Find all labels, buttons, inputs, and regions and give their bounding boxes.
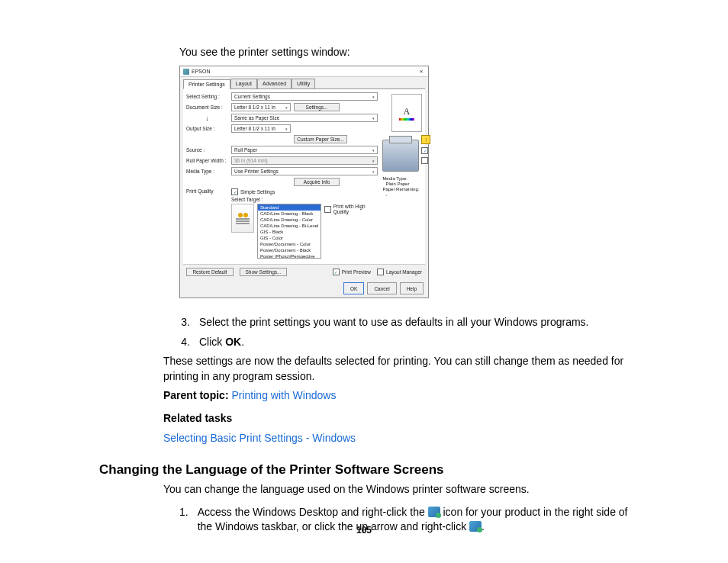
warning-icon: ! xyxy=(421,135,430,144)
target-standard[interactable]: Standard xyxy=(258,204,321,211)
dialog-title: EPSON xyxy=(192,69,211,74)
document-size-dropdown[interactable]: Letter 8 1/2 x 11 in xyxy=(231,103,291,111)
tab-utility[interactable]: Utility xyxy=(292,79,315,88)
related-tasks-link-row: Selecting Basic Print Settings - Windows xyxy=(163,431,636,446)
related-task-link[interactable]: Selecting Basic Print Settings - Windows xyxy=(163,432,356,444)
media-info-box: Media Type: Plain Paper Paper Remaining:… xyxy=(382,176,430,198)
target-thumbnail xyxy=(231,204,254,233)
help-button[interactable]: Help xyxy=(400,282,424,294)
label-document-size: Document Size : xyxy=(186,105,228,110)
target-list[interactable]: Standard CAD/Line Drawing - Black CAD/Li… xyxy=(257,204,321,259)
target-item[interactable]: CAD/Line Drawing - Color xyxy=(258,217,321,223)
printer-settings-dialog: EPSON × Printer Settings Layout Advanced… xyxy=(179,66,429,298)
target-item[interactable]: CAD/Line Drawing - Bi-Level xyxy=(258,223,321,229)
intro-text: You see the printer settings window: xyxy=(179,46,636,58)
target-item[interactable]: CAD/Line Drawing - Black xyxy=(258,211,321,217)
layout-manager-checkbox[interactable] xyxy=(377,269,384,275)
settings-button[interactable]: Settings... xyxy=(294,103,340,111)
label-roll-width: Roll Paper Width : xyxy=(186,158,228,163)
same-as-dropdown[interactable]: Same as Paper Size xyxy=(231,114,378,122)
document-page: You see the printer settings window: EPS… xyxy=(0,0,728,563)
tab-printer-settings[interactable]: Printer Settings xyxy=(183,79,230,89)
print-preview-checkbox[interactable]: ✓ xyxy=(333,269,340,275)
label-select-setting: Select Setting : xyxy=(186,94,228,99)
parent-topic-line: Parent topic: Printing with Windows xyxy=(163,388,636,404)
label-media-type: Media Type : xyxy=(186,169,228,174)
layout-manager-label: Layout Manager xyxy=(386,269,422,275)
target-item[interactable]: Poster (Photo)/Perspective xyxy=(258,253,321,259)
printer-icon xyxy=(382,140,419,172)
parent-topic-link[interactable]: Printing with Windows xyxy=(231,389,336,401)
select-setting-dropdown[interactable]: Current Settings xyxy=(231,92,378,101)
info-checkbox[interactable]: ✓ xyxy=(421,147,428,154)
heading-change-language: Changing the Language of the Printer Sof… xyxy=(99,462,636,478)
custom-paper-button[interactable]: Custom Paper Size... xyxy=(294,135,347,143)
output-size-field: Letter 8 1/2 x 11 in xyxy=(231,124,291,133)
media-type-dropdown[interactable]: Use Printer Settings xyxy=(231,167,378,175)
high-quality-checkbox[interactable] xyxy=(324,206,330,213)
target-item[interactable]: GIS - Black xyxy=(258,229,321,235)
related-tasks-label: Related tasks xyxy=(163,411,636,426)
simple-settings-checkbox[interactable]: ✓ xyxy=(231,188,238,195)
h2-intro: You can change the language used on the … xyxy=(163,482,636,497)
defaults-paragraph: These settings are now the defaults sele… xyxy=(163,354,636,384)
option-checkbox[interactable] xyxy=(421,157,428,164)
close-icon[interactable]: × xyxy=(417,68,425,75)
step-3: 3. Select the print settings you want to… xyxy=(179,315,636,330)
source-dropdown[interactable]: Roll Paper xyxy=(231,146,378,154)
restore-default-button[interactable]: Restore Default xyxy=(186,268,234,276)
page-number: 105 xyxy=(0,525,728,536)
high-quality-label: Print with High Quality xyxy=(333,204,378,214)
dialog-titlebar: EPSON × xyxy=(180,66,428,77)
label-print-quality: Print Quality xyxy=(186,188,228,194)
target-item[interactable]: Poster/Document - Black xyxy=(258,247,321,253)
product-tray-icon xyxy=(428,507,440,517)
tab-layout[interactable]: Layout xyxy=(230,79,257,88)
dialog-tabs: Printer Settings Layout Advanced Utility xyxy=(180,77,428,88)
down-arrow-icon: ↓ xyxy=(186,114,228,122)
label-select-target: Select Target : xyxy=(231,197,268,202)
ok-button[interactable]: OK xyxy=(343,282,364,294)
cancel-button[interactable]: Cancel xyxy=(367,282,396,294)
tab-advanced[interactable]: Advanced xyxy=(257,79,292,88)
show-settings-button[interactable]: Show Settings... xyxy=(240,268,287,276)
epson-icon xyxy=(183,69,189,75)
acquire-info-button[interactable]: Acquire Info xyxy=(294,178,340,186)
roll-width-field: 36 in (914 mm) xyxy=(231,156,378,165)
step-4: 4. Click OK. xyxy=(179,335,636,350)
target-item[interactable]: Poster/Document - Color xyxy=(258,241,321,247)
paper-preview: A xyxy=(391,94,422,132)
target-item[interactable]: GIS - Color xyxy=(258,235,321,241)
print-preview-label: Print Preview xyxy=(342,269,371,275)
label-output-size: Output Size : xyxy=(186,126,228,131)
simple-settings-label: Simple Settings xyxy=(240,189,275,195)
label-source: Source : xyxy=(186,147,228,153)
